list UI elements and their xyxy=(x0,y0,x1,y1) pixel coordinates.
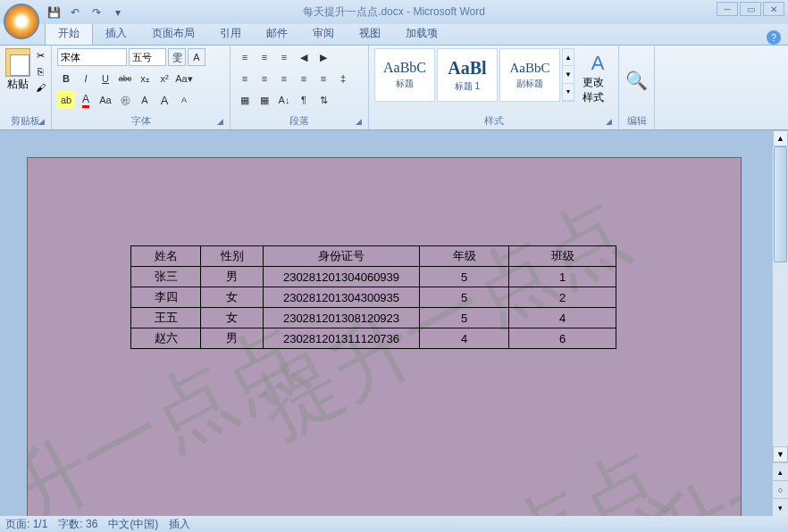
header-grade[interactable]: 年级 xyxy=(420,246,509,267)
close-button[interactable]: ✕ xyxy=(763,2,784,16)
title-bar: 💾 ↶ ↷ ▾ 每天提升一点点.docx - Microsoft Word ─ … xyxy=(0,0,788,24)
justify-icon[interactable]: ≡ xyxy=(295,70,313,87)
gallery-more-icon[interactable]: ▾ xyxy=(563,84,574,101)
header-class[interactable]: 班级 xyxy=(509,246,616,267)
redo-icon[interactable]: ↷ xyxy=(88,4,105,21)
next-page-icon[interactable]: ▾ xyxy=(773,498,788,516)
prev-page-icon[interactable]: ▴ xyxy=(773,462,788,480)
format-painter-icon[interactable]: 🖌 xyxy=(33,80,47,95)
highlight-color-icon[interactable]: ab xyxy=(57,91,75,109)
header-id[interactable]: 身份证号 xyxy=(264,246,420,267)
borders-icon[interactable]: ▦ xyxy=(256,91,273,109)
watermark: 提升一点点 xyxy=(276,428,683,516)
copy-icon[interactable]: ⎘ xyxy=(33,64,47,79)
dec-indent-icon[interactable]: ◀ xyxy=(295,48,313,66)
office-button[interactable] xyxy=(4,4,39,39)
sort-icon[interactable]: A↓ xyxy=(275,91,293,109)
superscript-button[interactable]: x² xyxy=(155,70,173,87)
enclose-char-icon[interactable]: ㊓ xyxy=(116,91,134,109)
header-name[interactable]: 姓名 xyxy=(131,246,201,267)
style-subtitle[interactable]: AaBbC 副标题 xyxy=(499,48,560,102)
tab-insert[interactable]: 插入 xyxy=(93,22,139,45)
clipboard-launcher-icon[interactable]: ◢ xyxy=(38,117,49,128)
change-styles-button[interactable]: A 更改样式 xyxy=(583,48,613,105)
data-table[interactable]: 姓名 性别 身份证号 年级 班级 张三男23028120130406093951… xyxy=(130,245,616,349)
undo-icon[interactable]: ↶ xyxy=(66,4,84,21)
font-label: 字体 xyxy=(57,112,224,128)
table-row: 李四女23028120130430093552 xyxy=(131,287,616,308)
status-mode[interactable]: 插入 xyxy=(169,517,190,532)
minimize-button[interactable]: ─ xyxy=(717,2,738,16)
char-scaling-icon[interactable]: Aa xyxy=(96,91,114,109)
gallery-up-icon[interactable]: ▲ xyxy=(563,49,574,66)
numbering-icon[interactable]: ≡ xyxy=(256,48,273,66)
bullets-icon[interactable]: ≡ xyxy=(236,48,254,66)
line-spacing-icon[interactable]: ‡ xyxy=(334,70,352,87)
align-center-icon[interactable]: ≡ xyxy=(256,70,273,87)
watermark: 提升一点点 xyxy=(562,347,742,516)
browse-object-icon[interactable]: ○ xyxy=(773,480,788,498)
tab-addins[interactable]: 加载项 xyxy=(393,22,450,45)
subscript-button[interactable]: x₂ xyxy=(136,70,154,87)
cut-icon[interactable]: ✂ xyxy=(33,48,47,62)
scroll-up-icon[interactable]: ▲ xyxy=(773,130,788,146)
tab-page-layout[interactable]: 页面布局 xyxy=(139,22,207,45)
char-border-icon[interactable]: A xyxy=(188,48,205,66)
paragraph-launcher-icon[interactable]: ◢ xyxy=(356,117,366,128)
status-page[interactable]: 页面: 1/1 xyxy=(5,517,47,532)
status-words[interactable]: 字数: 36 xyxy=(58,517,97,532)
change-styles-icon: A xyxy=(591,52,605,75)
group-clipboard: 粘贴 ✂ ⎘ 🖌 剪贴板 ◢ xyxy=(0,46,52,129)
header-gender[interactable]: 性别 xyxy=(201,246,264,267)
style-gallery: AaBbC 标题 AaBl 标题 1 AaBbC 副标题 ▲ ▼ ▾ xyxy=(374,48,574,102)
vertical-scrollbar: ▲ ▼ ▴ ○ ▾ xyxy=(772,130,788,516)
style-heading[interactable]: AaBbC 标题 xyxy=(374,48,435,102)
document-area: 提升一点点 提升一点点 提升一点点 提升一点点 姓名 性别 身份证号 年级 班级… xyxy=(0,130,788,516)
bold-button[interactable]: B xyxy=(57,70,75,87)
text-direction-icon[interactable]: ⇅ xyxy=(314,91,332,109)
char-shading-icon[interactable]: A xyxy=(136,91,154,109)
show-marks-icon[interactable]: ¶ xyxy=(295,91,313,109)
window-title: 每天提升一点点.docx - Microsoft Word xyxy=(303,4,485,20)
underline-button[interactable]: U xyxy=(96,70,114,87)
distribute-icon[interactable]: ≡ xyxy=(314,70,332,87)
clipboard-icon xyxy=(5,48,30,77)
help-icon[interactable]: ? xyxy=(767,30,781,45)
change-case-icon[interactable]: Aa▾ xyxy=(175,70,193,87)
strike-button[interactable]: abc xyxy=(116,70,134,87)
status-lang[interactable]: 中文(中国) xyxy=(108,517,158,532)
scroll-down-icon[interactable]: ▼ xyxy=(773,446,788,462)
phonetic-guide-icon[interactable]: 雯 xyxy=(168,48,186,66)
font-color-icon[interactable]: A xyxy=(77,91,95,109)
tab-review[interactable]: 审阅 xyxy=(300,22,347,45)
tab-home[interactable]: 开始 xyxy=(45,21,93,45)
table-header-row: 姓名 性别 身份证号 年级 班级 xyxy=(131,246,616,267)
grow-font-icon[interactable]: A xyxy=(155,91,173,109)
align-right-icon[interactable]: ≡ xyxy=(275,70,293,87)
font-launcher-icon[interactable]: ◢ xyxy=(217,117,228,128)
group-font: 雯 A B I U abc x₂ x² Aa▾ ab A Aa ㊓ A A A xyxy=(52,46,231,129)
multilevel-icon[interactable]: ≡ xyxy=(275,48,293,66)
font-size-select[interactable] xyxy=(129,48,166,66)
font-name-select[interactable] xyxy=(57,48,127,66)
tab-references[interactable]: 引用 xyxy=(207,22,254,45)
shading-icon[interactable]: ▦ xyxy=(236,91,254,109)
qat-customize-icon[interactable]: ▾ xyxy=(109,4,127,21)
align-left-icon[interactable]: ≡ xyxy=(236,70,254,87)
paste-button[interactable]: 粘贴 xyxy=(5,48,30,92)
inc-indent-icon[interactable]: ▶ xyxy=(314,48,332,66)
find-icon[interactable]: 🔍 xyxy=(625,70,648,91)
tab-mailings[interactable]: 邮件 xyxy=(254,22,300,45)
scroll-thumb[interactable] xyxy=(774,146,787,262)
quick-access-toolbar: 💾 ↶ ↷ ▾ xyxy=(45,4,127,21)
save-icon[interactable]: 💾 xyxy=(45,4,63,21)
tab-view[interactable]: 视图 xyxy=(347,22,393,45)
italic-button[interactable]: I xyxy=(77,70,95,87)
shrink-font-icon[interactable]: A xyxy=(175,91,193,109)
restore-button[interactable]: ▭ xyxy=(740,2,761,16)
page[interactable]: 提升一点点 提升一点点 提升一点点 提升一点点 姓名 性别 身份证号 年级 班级… xyxy=(27,157,742,516)
gallery-down-icon[interactable]: ▼ xyxy=(563,66,574,83)
style-heading-1[interactable]: AaBl 标题 1 xyxy=(437,48,498,102)
scroll-track[interactable] xyxy=(773,146,788,446)
styles-launcher-icon[interactable]: ◢ xyxy=(606,117,616,128)
